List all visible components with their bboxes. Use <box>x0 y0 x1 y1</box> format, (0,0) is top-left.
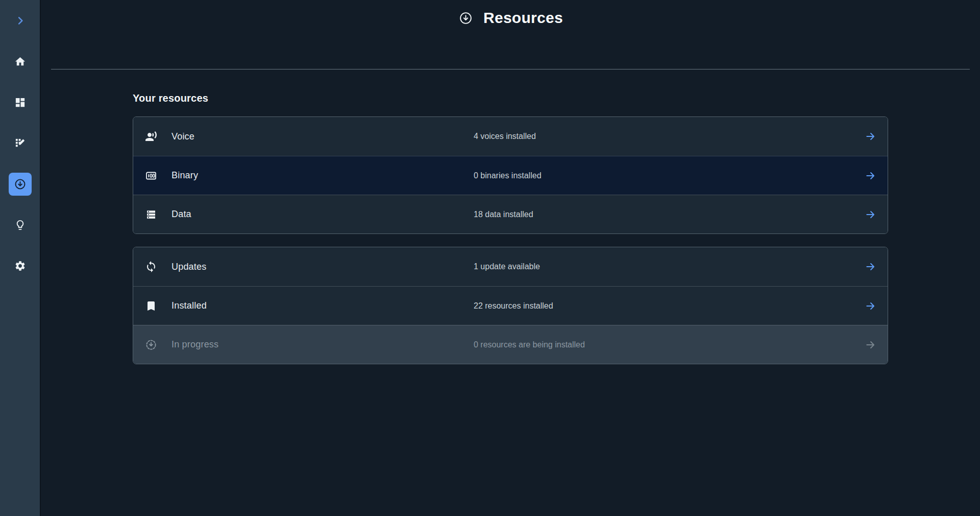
sidebar-item-ideas[interactable] <box>0 204 40 245</box>
page-title: Resources <box>483 9 563 27</box>
lightbulb-icon <box>14 219 26 231</box>
resource-row-label: Data <box>172 209 191 220</box>
sidebar-item-design[interactable] <box>0 123 40 163</box>
arrow-right-icon <box>865 131 876 143</box>
page-header: Resources <box>42 0 980 29</box>
main-content: Resources Your resources Voice 4 voices … <box>42 0 980 364</box>
sidebar <box>0 0 41 516</box>
binary-icon <box>145 170 157 182</box>
sidebar-expand-button[interactable] <box>0 0 40 41</box>
grid-pencil-icon <box>14 137 26 149</box>
voice-icon <box>145 130 157 143</box>
sync-icon <box>145 261 157 273</box>
sidebar-item-resources[interactable] <box>0 163 40 204</box>
sidebar-item-settings[interactable] <box>0 245 40 286</box>
download-circle-icon <box>14 178 27 191</box>
resource-row-status: 1 update available <box>474 262 540 271</box>
section-heading: Your resources <box>133 92 980 104</box>
resource-row-status: 0 resources are being installed <box>474 340 585 349</box>
header-divider <box>51 69 970 69</box>
downloading-icon <box>145 339 157 351</box>
resource-row-label: In progress <box>172 339 218 350</box>
resource-row-status: 22 resources installed <box>474 301 553 311</box>
sidebar-item-home[interactable] <box>0 41 40 82</box>
dashboard-icon <box>14 97 26 108</box>
resource-states-card: Updates 1 update available Installed 22 … <box>133 247 888 364</box>
resource-row-label: Binary <box>172 170 198 181</box>
arrow-right-icon <box>865 339 876 350</box>
data-list-icon <box>145 208 157 221</box>
arrow-right-icon <box>865 261 876 273</box>
bookmark-icon <box>145 300 157 312</box>
arrow-right-icon <box>865 300 876 312</box>
chevron-right-icon <box>14 15 26 27</box>
resource-row-status: 18 data installed <box>474 210 533 219</box>
resource-row-data[interactable]: Data 18 data installed <box>133 195 888 233</box>
home-icon <box>14 56 26 67</box>
resource-row-updates[interactable]: Updates 1 update available <box>133 247 888 286</box>
active-nav-highlight <box>9 173 32 196</box>
sidebar-item-dashboard[interactable] <box>0 82 40 123</box>
resource-row-installed[interactable]: Installed 22 resources installed <box>133 286 888 325</box>
arrow-right-icon <box>865 170 876 181</box>
download-circle-icon <box>459 11 473 25</box>
resource-row-status: 0 binaries installed <box>474 171 542 180</box>
resource-row-label: Installed <box>172 300 207 311</box>
arrow-right-icon <box>865 208 876 220</box>
resource-types-card: Voice 4 voices installed Binary 0 binari… <box>133 116 888 234</box>
resource-row-label: Updates <box>172 262 206 272</box>
resource-row-binary[interactable]: Binary 0 binaries installed <box>133 156 888 195</box>
resource-row-label: Voice <box>172 131 194 142</box>
resource-row-voice[interactable]: Voice 4 voices installed <box>133 117 888 156</box>
resource-row-status: 4 voices installed <box>474 132 536 141</box>
gear-icon <box>14 260 26 272</box>
resource-row-in-progress[interactable]: In progress 0 resources are being instal… <box>133 325 888 364</box>
